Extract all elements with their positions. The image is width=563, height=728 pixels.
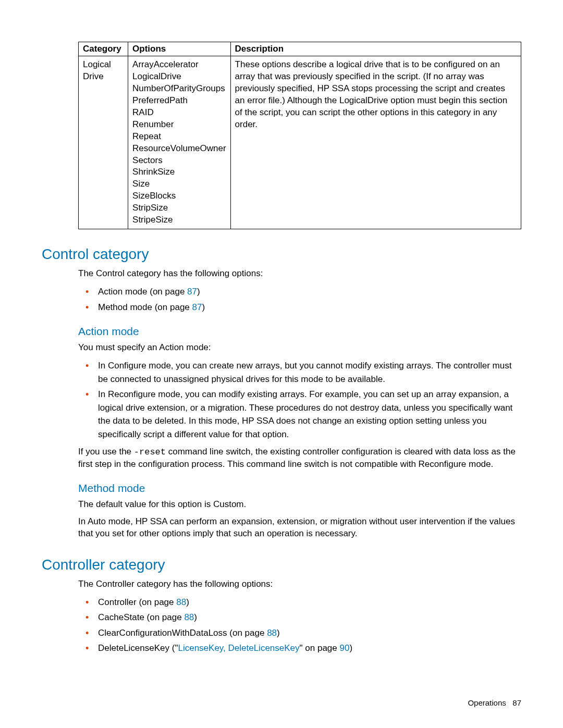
code-reset: -reset xyxy=(134,447,166,457)
list-item: Action mode (on page 87) xyxy=(78,285,521,299)
action-p1: You must specify an Action mode: xyxy=(78,342,521,354)
th-category: Category xyxy=(79,42,128,56)
heading-control-category: Control category xyxy=(42,246,521,263)
options-table: Category Options Description Logical Dri… xyxy=(78,42,521,229)
page-link[interactable]: 87 xyxy=(192,302,202,312)
page-link[interactable]: 88 xyxy=(176,597,186,607)
controller-intro: The Controller category has the followin… xyxy=(78,578,521,590)
method-p2: In Auto mode, HP SSA can perform an expa… xyxy=(78,516,521,540)
page-link[interactable]: 88 xyxy=(267,628,277,638)
list-item: DeleteLicenseKey ("LicenseKey, DeleteLic… xyxy=(78,641,521,655)
action-p2: If you use the -reset command line switc… xyxy=(78,446,521,471)
list-item: In Reconfigure mode, you can modify exis… xyxy=(78,388,521,441)
action-bullets: In Configure mode, you can create new ar… xyxy=(78,359,521,441)
list-item: Method mode (on page 87) xyxy=(78,301,521,314)
cross-ref-link[interactable]: LicenseKey, DeleteLicenseKey xyxy=(178,643,299,653)
footer-page-number: 87 xyxy=(512,698,521,707)
cell-description: These options describe a logical drive t… xyxy=(230,56,521,229)
page-link[interactable]: 88 xyxy=(184,612,194,622)
controller-bullets: Controller (on page 88) CacheState (on p… xyxy=(78,596,521,655)
page-link[interactable]: 90 xyxy=(340,643,350,653)
th-options: Options xyxy=(128,42,231,56)
list-item: Controller (on page 88) xyxy=(78,596,521,609)
footer-section: Operations xyxy=(468,698,506,707)
heading-controller-category: Controller category xyxy=(42,557,521,573)
cell-category: Logical Drive xyxy=(79,56,128,229)
list-item: In Configure mode, you can create new ar… xyxy=(78,359,521,386)
page-link[interactable]: 87 xyxy=(187,287,197,297)
th-description: Description xyxy=(230,42,521,56)
method-p1: The default value for this option is Cus… xyxy=(78,499,521,511)
list-item: CacheState (on page 88) xyxy=(78,611,521,624)
list-item: ClearConfigurationWithDataLoss (on page … xyxy=(78,626,521,640)
heading-method-mode: Method mode xyxy=(78,482,521,495)
page-footer: Operations 87 xyxy=(468,698,521,707)
control-intro: The Control category has the following o… xyxy=(78,268,521,280)
table-row: Logical Drive ArrayAccelerator LogicalDr… xyxy=(79,56,521,229)
heading-action-mode: Action mode xyxy=(78,325,521,338)
control-bullets: Action mode (on page 87) Method mode (on… xyxy=(78,285,521,314)
cell-options: ArrayAccelerator LogicalDrive NumberOfPa… xyxy=(128,56,231,229)
